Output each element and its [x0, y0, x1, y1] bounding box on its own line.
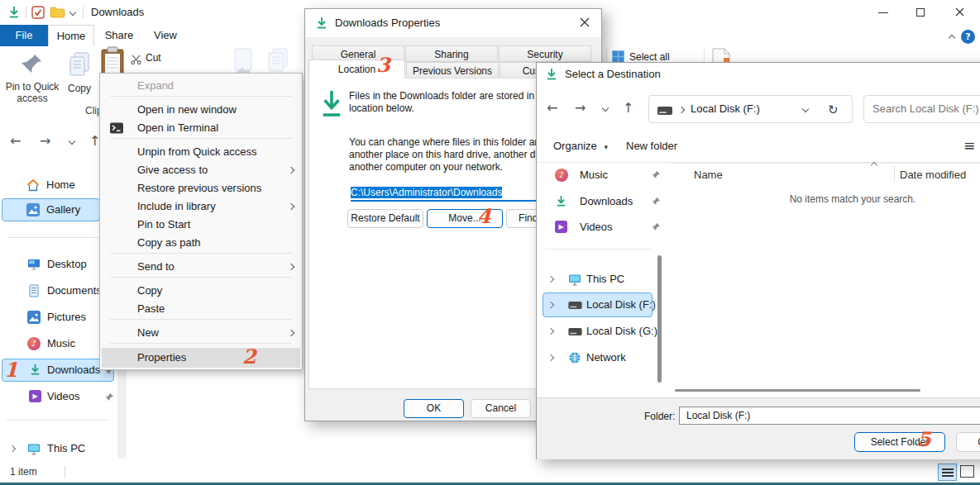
- tab-file[interactable]: File: [0, 25, 48, 46]
- close-icon[interactable]: [580, 17, 590, 27]
- search-box[interactable]: Search Local Disk (F:): [863, 95, 980, 123]
- sidebar-item-music[interactable]: ♪ Music: [0, 332, 116, 355]
- address-dropdown-icon[interactable]: [802, 106, 809, 112]
- menu-item-give-access-to[interactable]: Give access to: [102, 161, 300, 179]
- properties-title-bar: Downloads Properties: [305, 9, 601, 37]
- cancel-button[interactable]: Cancel: [471, 399, 531, 418]
- sidebar-item-label: Gallery: [46, 198, 80, 221]
- pictures-icon: [27, 311, 41, 324]
- expand-chevron-icon[interactable]: [547, 276, 554, 283]
- menu-item-properties[interactable]: Properties: [102, 348, 300, 368]
- forward-icon[interactable]: →: [40, 133, 50, 149]
- menu-item-new[interactable]: New: [102, 324, 300, 342]
- dest-sidebar-scrollbar[interactable]: [657, 255, 662, 383]
- select-folder-button[interactable]: Select Folder: [854, 432, 945, 452]
- horizontal-scrollbar[interactable]: [675, 389, 920, 392]
- sidebar-item-videos[interactable]: ▶ Videos: [0, 385, 116, 408]
- properties-check-icon[interactable]: [31, 6, 45, 19]
- expand-chevron-icon[interactable]: [547, 354, 554, 361]
- expand-chevron-icon[interactable]: [547, 328, 554, 335]
- tab-security[interactable]: Security: [499, 45, 591, 62]
- move-to-icon[interactable]: [232, 48, 255, 76]
- sidebar-item-label: Downloads: [47, 359, 100, 382]
- ok-button[interactable]: OK: [404, 399, 464, 418]
- drive-icon: [657, 107, 672, 115]
- move-button[interactable]: Move...: [427, 209, 503, 228]
- ribbon-collapse-icon[interactable]: [949, 35, 955, 41]
- sidebar-item-home[interactable]: Home: [0, 174, 116, 197]
- empty-list-message: No items match your search.: [749, 193, 956, 205]
- help-icon[interactable]: ?: [961, 30, 975, 44]
- sort-ascending-icon[interactable]: [871, 162, 877, 169]
- sidebar-item-pictures[interactable]: Pictures: [0, 306, 116, 329]
- menu-item-unpin-from-quick-access[interactable]: Unpin from Quick access: [102, 143, 300, 161]
- new-folder-icon[interactable]: [50, 7, 65, 18]
- dest-sidebar-item-downloads[interactable]: Downloads: [537, 189, 659, 214]
- menu-item-pin-to-start[interactable]: Pin to Start: [102, 216, 300, 234]
- tab-location[interactable]: Location: [308, 59, 405, 78]
- forward-icon[interactable]: →: [575, 100, 586, 116]
- tab-sharing[interactable]: Sharing: [405, 45, 498, 62]
- tab-share[interactable]: Share: [98, 25, 141, 46]
- dest-sidebar-item-music[interactable]: ♪ Music: [537, 163, 659, 188]
- annotation-step-2: 2: [242, 345, 256, 369]
- back-icon[interactable]: ←: [10, 133, 21, 149]
- expand-chevron-icon[interactable]: [9, 445, 16, 452]
- dest-sidebar-item-local-disk-f[interactable]: Local Disk (F:): [537, 292, 659, 317]
- gallery-icon: [26, 203, 40, 216]
- expand-chevron-icon[interactable]: [547, 302, 554, 308]
- sidebar-item-desktop[interactable]: Desktop: [0, 253, 116, 276]
- organize-button[interactable]: Organize ▾: [553, 140, 608, 156]
- download-window-icon: [7, 6, 21, 19]
- drive-icon: [568, 328, 582, 335]
- back-icon[interactable]: ←: [547, 100, 557, 116]
- menu-item-open-in-terminal[interactable]: Open in Terminal: [102, 119, 300, 137]
- thumbnail-view-button[interactable]: [960, 465, 974, 478]
- view-menu-icon[interactable]: ≡: [963, 137, 975, 154]
- dest-sidebar-item-this-pc[interactable]: This PC: [537, 267, 659, 292]
- sidebar-item-gallery[interactable]: Gallery: [0, 198, 116, 221]
- menu-item-copy[interactable]: Copy: [102, 282, 300, 300]
- pin-to-quick-access-button[interactable]: Pin to Quick access: [5, 50, 60, 122]
- menu-item-open-in-new-window[interactable]: Open in new window: [102, 101, 300, 119]
- dest-sidebar-item-local-disk-g[interactable]: Local Disk (G:): [537, 319, 659, 344]
- column-header-name[interactable]: Name: [694, 169, 723, 181]
- refresh-icon[interactable]: ↻: [828, 102, 839, 117]
- menu-item-restore-previous-versions[interactable]: Restore previous versions: [102, 179, 300, 197]
- dest-cancel-button[interactable]: Cancel: [956, 432, 980, 452]
- sidebar-scrollbar[interactable]: [117, 355, 127, 459]
- menu-item-copy-as-path[interactable]: Copy as path: [102, 234, 300, 252]
- address-bar[interactable]: Local Disk (F:) ↻: [648, 95, 853, 123]
- recent-locations-icon[interactable]: [602, 105, 609, 112]
- column-header-date-modified[interactable]: Date modified: [900, 169, 966, 181]
- up-icon[interactable]: ↑: [623, 100, 633, 116]
- dest-sidebar-item-network[interactable]: Network: [537, 345, 659, 370]
- tab-home[interactable]: Home: [48, 25, 94, 46]
- copy-to-icon[interactable]: [265, 48, 291, 76]
- tab-view[interactable]: View: [144, 25, 187, 46]
- sidebar-item-documents[interactable]: Documents: [0, 279, 116, 302]
- tab-previous-versions[interactable]: Previous Versions: [406, 62, 499, 78]
- close-button[interactable]: [941, 0, 979, 25]
- dest-sidebar-item-videos[interactable]: ▶ Videos: [537, 215, 659, 240]
- menu-item-include-in-library[interactable]: Include in library: [102, 197, 300, 216]
- screen: { "colors": { "accent": "#0067c0", "sele…: [0, 0, 980, 485]
- details-view-button[interactable]: [938, 464, 957, 481]
- menu-item-send-to[interactable]: Send to: [102, 258, 300, 276]
- sidebar-item-this-pc[interactable]: This PC: [0, 437, 116, 460]
- cut-button[interactable]: Cut: [146, 52, 161, 64]
- pin-icon: [651, 222, 661, 232]
- folder-input[interactable]: Local Disk (F:): [679, 407, 980, 425]
- annotation-step-4: 4: [477, 204, 491, 228]
- breadcrumb-chevron-icon: [678, 107, 685, 113]
- item-label: Downloads: [580, 189, 633, 214]
- recent-locations-icon[interactable]: [69, 138, 75, 145]
- maximize-button[interactable]: [901, 0, 939, 25]
- menu-item-paste[interactable]: Paste: [102, 300, 300, 318]
- restore-default-button[interactable]: Restore Default: [347, 209, 423, 228]
- minimize-button[interactable]: [864, 0, 902, 25]
- destination-sidebar: ♪ Music Downloads ▶ Videos This PC Local…: [537, 163, 665, 397]
- qat-customize-chevron-icon[interactable]: [69, 9, 76, 16]
- new-folder-button[interactable]: New folder: [626, 140, 677, 156]
- column-divider[interactable]: [894, 166, 895, 181]
